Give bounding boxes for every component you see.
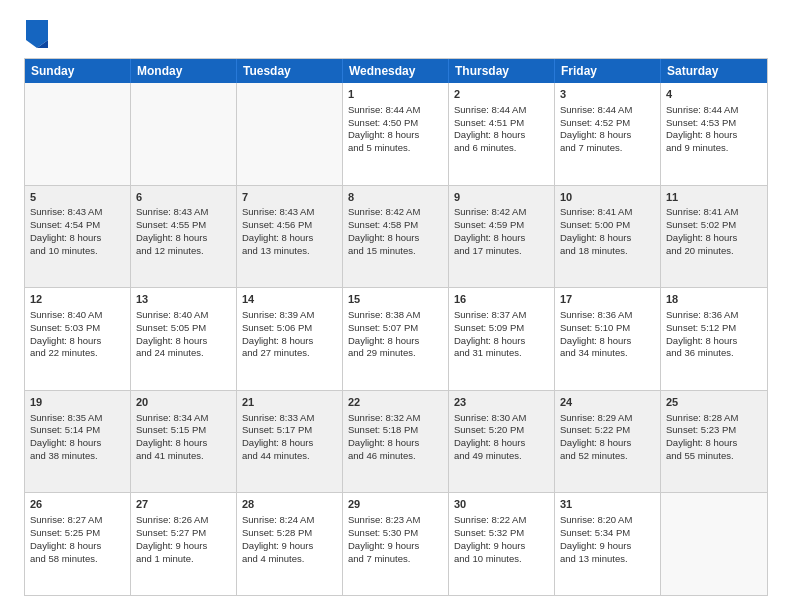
calendar-cell: 12Sunrise: 8:40 AM Sunset: 5:03 PM Dayli… [25,288,131,390]
calendar-cell: 4Sunrise: 8:44 AM Sunset: 4:53 PM Daylig… [661,83,767,185]
day-info: Sunrise: 8:30 AM Sunset: 5:20 PM Dayligh… [454,412,526,461]
logo-icon [26,20,48,48]
day-info: Sunrise: 8:24 AM Sunset: 5:28 PM Dayligh… [242,514,314,563]
header [24,20,768,48]
day-number: 28 [242,497,337,512]
calendar-cell: 14Sunrise: 8:39 AM Sunset: 5:06 PM Dayli… [237,288,343,390]
day-number: 7 [242,190,337,205]
day-info: Sunrise: 8:23 AM Sunset: 5:30 PM Dayligh… [348,514,420,563]
day-number: 8 [348,190,443,205]
header-day-monday: Monday [131,59,237,83]
day-number: 3 [560,87,655,102]
day-number: 25 [666,395,762,410]
calendar-cell [131,83,237,185]
day-number: 10 [560,190,655,205]
calendar-cell: 21Sunrise: 8:33 AM Sunset: 5:17 PM Dayli… [237,391,343,493]
day-number: 2 [454,87,549,102]
calendar-row-1: 1Sunrise: 8:44 AM Sunset: 4:50 PM Daylig… [25,83,767,185]
calendar-row-5: 26Sunrise: 8:27 AM Sunset: 5:25 PM Dayli… [25,492,767,595]
day-number: 21 [242,395,337,410]
calendar-cell: 18Sunrise: 8:36 AM Sunset: 5:12 PM Dayli… [661,288,767,390]
day-info: Sunrise: 8:34 AM Sunset: 5:15 PM Dayligh… [136,412,208,461]
calendar-cell: 7Sunrise: 8:43 AM Sunset: 4:56 PM Daylig… [237,186,343,288]
calendar: SundayMondayTuesdayWednesdayThursdayFrid… [24,58,768,596]
day-info: Sunrise: 8:32 AM Sunset: 5:18 PM Dayligh… [348,412,420,461]
calendar-cell: 30Sunrise: 8:22 AM Sunset: 5:32 PM Dayli… [449,493,555,595]
page: SundayMondayTuesdayWednesdayThursdayFrid… [0,0,792,612]
day-number: 11 [666,190,762,205]
calendar-cell: 28Sunrise: 8:24 AM Sunset: 5:28 PM Dayli… [237,493,343,595]
day-number: 5 [30,190,125,205]
logo [24,24,48,48]
calendar-cell: 19Sunrise: 8:35 AM Sunset: 5:14 PM Dayli… [25,391,131,493]
header-day-sunday: Sunday [25,59,131,83]
day-info: Sunrise: 8:36 AM Sunset: 5:12 PM Dayligh… [666,309,738,358]
calendar-row-4: 19Sunrise: 8:35 AM Sunset: 5:14 PM Dayli… [25,390,767,493]
day-info: Sunrise: 8:41 AM Sunset: 5:02 PM Dayligh… [666,206,738,255]
day-info: Sunrise: 8:41 AM Sunset: 5:00 PM Dayligh… [560,206,632,255]
day-info: Sunrise: 8:26 AM Sunset: 5:27 PM Dayligh… [136,514,208,563]
day-info: Sunrise: 8:37 AM Sunset: 5:09 PM Dayligh… [454,309,526,358]
day-info: Sunrise: 8:38 AM Sunset: 5:07 PM Dayligh… [348,309,420,358]
day-number: 1 [348,87,443,102]
day-number: 17 [560,292,655,307]
calendar-cell: 29Sunrise: 8:23 AM Sunset: 5:30 PM Dayli… [343,493,449,595]
day-number: 31 [560,497,655,512]
calendar-cell: 10Sunrise: 8:41 AM Sunset: 5:00 PM Dayli… [555,186,661,288]
day-info: Sunrise: 8:22 AM Sunset: 5:32 PM Dayligh… [454,514,526,563]
day-info: Sunrise: 8:33 AM Sunset: 5:17 PM Dayligh… [242,412,314,461]
day-number: 15 [348,292,443,307]
calendar-cell: 16Sunrise: 8:37 AM Sunset: 5:09 PM Dayli… [449,288,555,390]
day-info: Sunrise: 8:44 AM Sunset: 4:51 PM Dayligh… [454,104,526,153]
day-number: 24 [560,395,655,410]
calendar-cell [25,83,131,185]
day-number: 20 [136,395,231,410]
day-number: 19 [30,395,125,410]
day-info: Sunrise: 8:39 AM Sunset: 5:06 PM Dayligh… [242,309,314,358]
calendar-cell: 22Sunrise: 8:32 AM Sunset: 5:18 PM Dayli… [343,391,449,493]
calendar-cell: 8Sunrise: 8:42 AM Sunset: 4:58 PM Daylig… [343,186,449,288]
day-info: Sunrise: 8:44 AM Sunset: 4:53 PM Dayligh… [666,104,738,153]
calendar-header: SundayMondayTuesdayWednesdayThursdayFrid… [25,59,767,83]
calendar-cell: 26Sunrise: 8:27 AM Sunset: 5:25 PM Dayli… [25,493,131,595]
calendar-cell: 31Sunrise: 8:20 AM Sunset: 5:34 PM Dayli… [555,493,661,595]
day-info: Sunrise: 8:44 AM Sunset: 4:52 PM Dayligh… [560,104,632,153]
day-number: 27 [136,497,231,512]
calendar-cell: 11Sunrise: 8:41 AM Sunset: 5:02 PM Dayli… [661,186,767,288]
header-day-friday: Friday [555,59,661,83]
calendar-cell: 3Sunrise: 8:44 AM Sunset: 4:52 PM Daylig… [555,83,661,185]
calendar-cell: 15Sunrise: 8:38 AM Sunset: 5:07 PM Dayli… [343,288,449,390]
calendar-cell: 13Sunrise: 8:40 AM Sunset: 5:05 PM Dayli… [131,288,237,390]
calendar-cell [237,83,343,185]
calendar-cell: 5Sunrise: 8:43 AM Sunset: 4:54 PM Daylig… [25,186,131,288]
day-info: Sunrise: 8:42 AM Sunset: 4:59 PM Dayligh… [454,206,526,255]
calendar-cell: 9Sunrise: 8:42 AM Sunset: 4:59 PM Daylig… [449,186,555,288]
day-number: 4 [666,87,762,102]
day-number: 23 [454,395,549,410]
calendar-cell: 6Sunrise: 8:43 AM Sunset: 4:55 PM Daylig… [131,186,237,288]
day-info: Sunrise: 8:29 AM Sunset: 5:22 PM Dayligh… [560,412,632,461]
day-info: Sunrise: 8:20 AM Sunset: 5:34 PM Dayligh… [560,514,632,563]
day-info: Sunrise: 8:27 AM Sunset: 5:25 PM Dayligh… [30,514,102,563]
day-info: Sunrise: 8:36 AM Sunset: 5:10 PM Dayligh… [560,309,632,358]
day-number: 12 [30,292,125,307]
day-number: 29 [348,497,443,512]
calendar-cell: 27Sunrise: 8:26 AM Sunset: 5:27 PM Dayli… [131,493,237,595]
day-info: Sunrise: 8:40 AM Sunset: 5:05 PM Dayligh… [136,309,208,358]
calendar-cell: 25Sunrise: 8:28 AM Sunset: 5:23 PM Dayli… [661,391,767,493]
calendar-row-2: 5Sunrise: 8:43 AM Sunset: 4:54 PM Daylig… [25,185,767,288]
header-day-thursday: Thursday [449,59,555,83]
day-number: 18 [666,292,762,307]
day-number: 14 [242,292,337,307]
calendar-cell: 17Sunrise: 8:36 AM Sunset: 5:10 PM Dayli… [555,288,661,390]
calendar-body: 1Sunrise: 8:44 AM Sunset: 4:50 PM Daylig… [25,83,767,595]
day-info: Sunrise: 8:35 AM Sunset: 5:14 PM Dayligh… [30,412,102,461]
calendar-cell: 2Sunrise: 8:44 AM Sunset: 4:51 PM Daylig… [449,83,555,185]
day-number: 30 [454,497,549,512]
header-day-tuesday: Tuesday [237,59,343,83]
day-number: 26 [30,497,125,512]
day-info: Sunrise: 8:28 AM Sunset: 5:23 PM Dayligh… [666,412,738,461]
calendar-cell: 20Sunrise: 8:34 AM Sunset: 5:15 PM Dayli… [131,391,237,493]
day-number: 13 [136,292,231,307]
header-day-saturday: Saturday [661,59,767,83]
